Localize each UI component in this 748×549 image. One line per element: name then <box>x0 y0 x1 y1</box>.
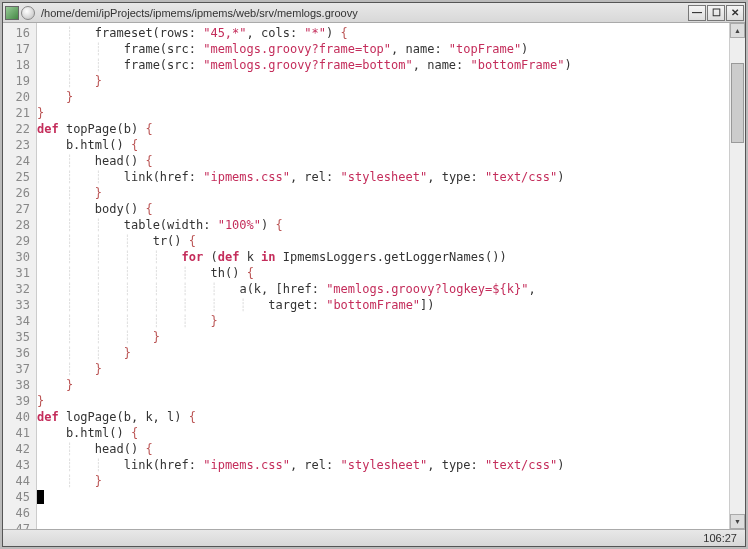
scroll-thumb[interactable] <box>731 63 744 143</box>
line-number: 21 <box>3 105 36 121</box>
code-line[interactable]: def topPage(b) { <box>37 121 729 137</box>
line-number: 39 <box>3 393 36 409</box>
editor-area: 1617181920212223242526272829303132333435… <box>3 23 745 529</box>
code-line[interactable]: ┊ ┊ ┊ } <box>37 329 729 345</box>
code-line[interactable]: b.html() { <box>37 137 729 153</box>
window-title: /home/demi/ipProjects/ipmems/ipmems/web/… <box>41 7 688 19</box>
line-number: 28 <box>3 217 36 233</box>
line-number: 19 <box>3 73 36 89</box>
minimize-button[interactable]: — <box>688 5 706 21</box>
line-number: 20 <box>3 89 36 105</box>
line-number: 33 <box>3 297 36 313</box>
code-line[interactable]: ┊ ┊ frame(src: "memlogs.groovy?frame=top… <box>37 41 729 57</box>
code-line[interactable]: ┊ ┊ ┊ ┊ ┊ th() { <box>37 265 729 281</box>
statusbar: 106:27 <box>3 529 745 546</box>
code-line[interactable]: ┊ ┊ link(href: "ipmems.css", rel: "style… <box>37 169 729 185</box>
code-line[interactable]: ┊ head() { <box>37 441 729 457</box>
scroll-down-button[interactable]: ▼ <box>730 514 745 529</box>
line-number: 24 <box>3 153 36 169</box>
code-line[interactable]: def logPage(b, k, l) { <box>37 409 729 425</box>
line-number: 36 <box>3 345 36 361</box>
code-line[interactable]: } <box>37 393 729 409</box>
text-cursor <box>37 490 44 504</box>
close-button[interactable]: ✕ <box>726 5 744 21</box>
line-number: 43 <box>3 457 36 473</box>
line-number: 29 <box>3 233 36 249</box>
code-line[interactable]: ┊ body() { <box>37 201 729 217</box>
line-number: 40 <box>3 409 36 425</box>
code-line[interactable]: } <box>37 89 729 105</box>
line-number: 42 <box>3 441 36 457</box>
line-number: 30 <box>3 249 36 265</box>
line-number: 23 <box>3 137 36 153</box>
code-line[interactable]: ┊ } <box>37 73 729 89</box>
titlebar[interactable]: /home/demi/ipProjects/ipmems/ipmems/web/… <box>3 3 745 23</box>
line-number-gutter: 1617181920212223242526272829303132333435… <box>3 23 37 529</box>
line-number: 37 <box>3 361 36 377</box>
line-number: 27 <box>3 201 36 217</box>
line-number: 26 <box>3 185 36 201</box>
code-line[interactable]: ┊ ┊ ┊ tr() { <box>37 233 729 249</box>
code-line[interactable]: ┊ } <box>37 185 729 201</box>
line-number: 34 <box>3 313 36 329</box>
line-number: 22 <box>3 121 36 137</box>
line-number: 18 <box>3 57 36 73</box>
editor-window: /home/demi/ipProjects/ipmems/ipmems/web/… <box>2 2 746 547</box>
code-line[interactable]: b.html() { <box>37 425 729 441</box>
code-line[interactable]: ┊ head() { <box>37 153 729 169</box>
line-number: 45 <box>3 489 36 505</box>
line-number: 35 <box>3 329 36 345</box>
line-number: 38 <box>3 377 36 393</box>
code-line[interactable]: ┊ ┊ frame(src: "memlogs.groovy?frame=bot… <box>37 57 729 73</box>
code-line[interactable]: ┊ ┊ ┊ ┊ for (def k in IpmemsLoggers.getL… <box>37 249 729 265</box>
line-number: 46 <box>3 505 36 521</box>
line-number: 25 <box>3 169 36 185</box>
code-line[interactable]: } <box>37 105 729 121</box>
code-line[interactable]: ┊ } <box>37 361 729 377</box>
code-line[interactable]: ┊ ┊ link(href: "ipmems.css", rel: "style… <box>37 457 729 473</box>
code-line[interactable]: ┊ } <box>37 473 729 489</box>
code-line[interactable]: ┊ ┊ ┊ ┊ ┊ ┊ a(k, [href: "memlogs.groovy?… <box>37 281 729 297</box>
cursor-position: 106:27 <box>703 532 737 544</box>
scroll-up-button[interactable]: ▲ <box>730 23 745 38</box>
code-line[interactable]: ┊ ┊ } <box>37 345 729 361</box>
line-number: 44 <box>3 473 36 489</box>
maximize-button[interactable]: ☐ <box>707 5 725 21</box>
vertical-scrollbar[interactable]: ▲ ▼ <box>729 23 745 529</box>
code-line[interactable]: ┊ ┊ table(width: "100%") { <box>37 217 729 233</box>
app-icon <box>5 6 19 20</box>
code-line[interactable]: ┊ ┊ ┊ ┊ ┊ ┊ ┊ target: "bottomFrame"]) <box>37 297 729 313</box>
line-number: 16 <box>3 25 36 41</box>
line-number: 31 <box>3 265 36 281</box>
code-line[interactable]: ┊ frameset(rows: "45,*", cols: "*") { <box>37 25 729 41</box>
code-area[interactable]: ┊ frameset(rows: "45,*", cols: "*") { ┊ … <box>37 23 729 529</box>
line-number: 47 <box>3 521 36 529</box>
window-menu-icon[interactable] <box>21 6 35 20</box>
code-line[interactable]: } <box>37 377 729 393</box>
code-line[interactable] <box>37 489 729 505</box>
line-number: 17 <box>3 41 36 57</box>
line-number: 41 <box>3 425 36 441</box>
code-line[interactable]: ┊ ┊ ┊ ┊ ┊ } <box>37 313 729 329</box>
line-number: 32 <box>3 281 36 297</box>
